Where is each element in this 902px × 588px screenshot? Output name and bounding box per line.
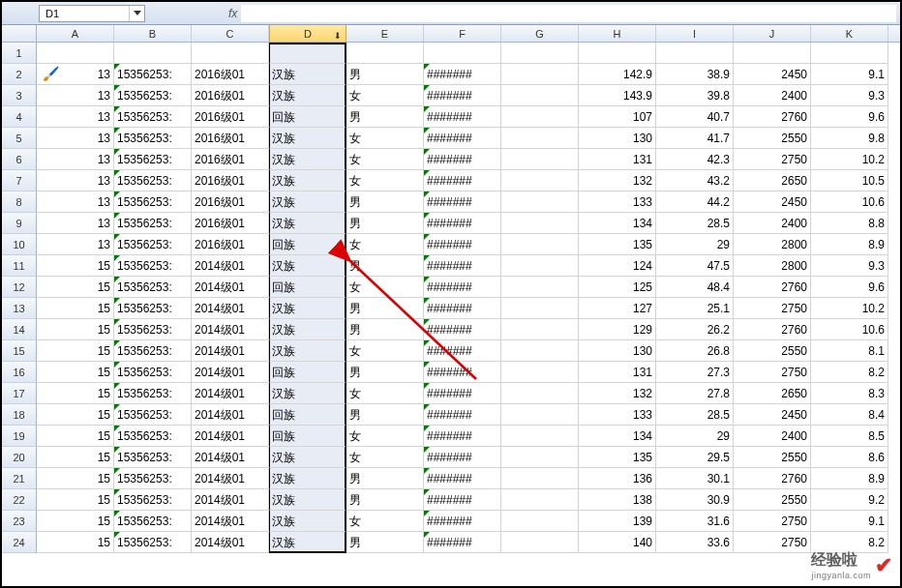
cell[interactable]: 13 [37,85,114,106]
cell[interactable]: 15356253: [114,255,192,277]
cell[interactable] [501,170,579,191]
cell[interactable] [501,255,579,277]
row-header[interactable]: 2 [2,64,37,85]
cell[interactable]: ####### [424,468,501,489]
cell[interactable]: ####### [424,532,501,553]
cell[interactable]: 13 [37,213,114,234]
cell[interactable]: ####### [424,362,501,383]
cell[interactable]: 138 [579,489,656,511]
row-header[interactable]: 3 [2,85,37,106]
cell[interactable]: 2014级01 [192,511,269,532]
cell[interactable]: 47.5 [656,255,734,277]
cell[interactable]: 男 [346,255,424,277]
cell[interactable]: 15356253: [114,128,192,149]
cell[interactable]: 2014级01 [192,340,269,362]
cell[interactable]: 15 [37,532,114,553]
cell[interactable]: 133 [579,191,656,213]
cell[interactable]: 15 [37,383,114,404]
cell[interactable]: 男 [346,298,424,319]
row-header[interactable]: 23 [2,511,37,532]
cell[interactable]: 15356253: [114,447,192,468]
cell[interactable] [346,43,424,64]
cell[interactable]: 汉族 [269,298,346,319]
cell[interactable]: 2650 [734,170,811,191]
cell[interactable]: 15356253: [114,340,192,362]
cell[interactable]: 汉族 [269,447,346,468]
cell[interactable]: 15356253: [114,362,192,383]
row-header[interactable]: 5 [2,128,37,149]
cell[interactable] [501,340,579,362]
cell[interactable]: 13 [37,170,114,191]
col-header-I[interactable]: I [656,25,734,42]
cell[interactable]: 27.8 [656,383,734,404]
cell[interactable]: 15356253: [114,383,192,404]
cell[interactable]: 2014级01 [192,426,269,447]
cell[interactable]: 2016级01 [192,234,269,255]
cell[interactable]: 15 [37,511,114,532]
cell[interactable]: 107 [579,106,656,128]
cell[interactable]: 15 [37,340,114,362]
cell[interactable]: 2014级01 [192,489,269,511]
cell[interactable]: 10.2 [811,149,888,170]
col-header-J[interactable]: J [734,25,811,42]
cell[interactable]: 29 [656,426,734,447]
cell[interactable]: 女 [346,234,424,255]
cell[interactable] [579,43,656,64]
cell[interactable]: 25.1 [656,298,734,319]
cell[interactable]: 15356253: [114,511,192,532]
cell[interactable]: 15 [37,404,114,426]
cell[interactable]: 44.2 [656,191,734,213]
cell[interactable]: 13 [37,234,114,255]
cell[interactable]: 125 [579,277,656,298]
cell[interactable]: 2016级01 [192,85,269,106]
cell[interactable]: 女 [346,426,424,447]
cell[interactable]: 汉族 [269,255,346,277]
cell[interactable]: 9.2 [811,489,888,511]
cell[interactable] [501,43,579,64]
cell[interactable]: 8.8 [811,213,888,234]
cell[interactable]: 汉族 [269,340,346,362]
cell[interactable]: 15 [37,426,114,447]
cell[interactable]: ####### [424,255,501,277]
cell[interactable]: 汉族 [269,213,346,234]
cell[interactable]: 9.1 [811,64,888,85]
cell[interactable]: 15356253: [114,532,192,553]
cell[interactable]: ####### [424,319,501,340]
cell[interactable]: 15356253: [114,298,192,319]
row-header[interactable]: 1 [2,43,37,64]
cell[interactable]: ####### [424,489,501,511]
cell[interactable]: 2750 [734,298,811,319]
cell[interactable]: ####### [424,234,501,255]
cell[interactable]: 2014级01 [192,319,269,340]
cell[interactable]: 15356253: [114,426,192,447]
cell[interactable]: 8.5 [811,426,888,447]
cell[interactable]: 女 [346,511,424,532]
cell[interactable]: 124 [579,255,656,277]
cell[interactable]: 男 [346,489,424,511]
cell[interactable]: 131 [579,362,656,383]
row-header[interactable]: 21 [2,468,37,489]
cell[interactable]: ####### [424,277,501,298]
col-header-K[interactable]: K [811,25,888,42]
cell[interactable]: 15 [37,277,114,298]
cell[interactable]: 15356253: [114,489,192,511]
cell[interactable]: 2550 [734,340,811,362]
cell[interactable]: 28.5 [656,213,734,234]
cell[interactable]: 2400 [734,213,811,234]
cell[interactable]: 2016级01 [192,149,269,170]
cell[interactable]: 汉族 [269,128,346,149]
name-box[interactable]: D1 [40,8,129,19]
cell[interactable]: 男 [346,404,424,426]
cell[interactable]: 13 [37,106,114,128]
cell[interactable]: 2760 [734,319,811,340]
cell[interactable]: 女 [346,128,424,149]
cell[interactable]: 8.3 [811,383,888,404]
format-painter-icon[interactable]: 🖌️ [43,66,59,81]
cell[interactable] [501,191,579,213]
cell[interactable]: 汉族 [269,532,346,553]
cell[interactable]: 129 [579,319,656,340]
cell[interactable]: 2016级01 [192,213,269,234]
cell[interactable]: 2750 [734,532,811,553]
cell[interactable] [37,43,114,64]
cell[interactable]: 132 [579,170,656,191]
